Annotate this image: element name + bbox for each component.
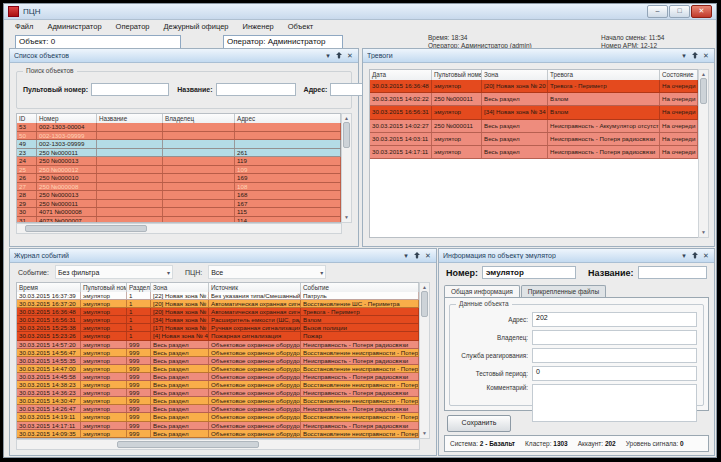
tab-1[interactable]: Прикрепленные файлы: [521, 285, 606, 297]
menu-item-2[interactable]: Оператор: [109, 21, 157, 32]
table-row[interactable]: 24250 №000013119: [17, 157, 341, 166]
object-number-row: Номер: эмулятор Название:: [446, 266, 707, 279]
table-row[interactable]: 53002-1303-00004: [17, 123, 341, 132]
table-row[interactable]: 30.03.2015 14:17:11эмуляторВесь разделНе…: [370, 146, 698, 159]
table-row[interactable]: 30.03.2015 15:23:26эмулятор1[4] Новая зо…: [17, 332, 419, 340]
close-icon[interactable]: ✕: [702, 52, 710, 59]
pin-icon[interactable]: [413, 252, 421, 260]
table-row[interactable]: 30.03.2015 16:56:31эмулятор1[34] Новая з…: [17, 316, 419, 324]
table-cell: [97, 191, 163, 199]
table-row[interactable]: 30.03.2015 14:26:47эмулятор999Весь разде…: [17, 405, 419, 413]
journal-vertical-scrollbar[interactable]: ▲▼: [419, 282, 430, 439]
table-cell: Весь раздел: [151, 430, 209, 437]
table-row[interactable]: 30.03.2015 14:19:11эмулятор999Весь разде…: [17, 413, 419, 421]
alarms-vertical-scrollbar[interactable]: ▲▼: [698, 69, 709, 238]
table-cell: эмулятор: [432, 146, 482, 158]
table-cell: 30.03.2015 14:57:20: [17, 341, 81, 348]
table-cell: Автоматическая охранная сигнализация: [209, 300, 301, 307]
table-cell: Весь раздел: [482, 146, 548, 158]
table-cell: 30.03.2015 14:03:11: [370, 133, 432, 145]
objects-vertical-scrollbar[interactable]: ▲▼: [341, 113, 352, 223]
objects-panel-title: Список объектов: [14, 52, 69, 59]
table-cell: Взлом: [548, 106, 660, 118]
table-cell: 30.03.2015 14:02:27: [370, 120, 432, 132]
object-data-title: Данные объекта: [456, 300, 512, 307]
table-row[interactable]: 30.03.2015 15:25:38эмулятор1[17] Новая з…: [17, 324, 419, 332]
pin-icon[interactable]: [691, 252, 699, 260]
table-row[interactable]: 50002-1303-09999: [17, 132, 341, 141]
alarms-panel: Тревоги ▾ ✕ ДатаПультовый номерЗонаТрево…: [362, 48, 715, 247]
menu-item-4[interactable]: Инженер: [236, 21, 281, 32]
field-input[interactable]: 0: [532, 366, 697, 381]
table-row[interactable]: 30.03.2015 14:45:58эмулятор999Весь разде…: [17, 373, 419, 381]
pin-icon[interactable]: [691, 52, 699, 60]
table-cell: эмулятор: [81, 381, 127, 388]
dropdown-icon[interactable]: ▾: [324, 52, 332, 59]
close-icon[interactable]: ✕: [702, 252, 710, 259]
save-button[interactable]: Сохранить: [447, 415, 511, 432]
table-row[interactable]: 30.03.2015 14:17:11эмулятор999Весь разде…: [17, 422, 419, 430]
search-field-input[interactable]: [216, 83, 296, 96]
name-input[interactable]: [638, 266, 707, 279]
table-row[interactable]: 30.03.2015 14:02:27250 №000011Весь разде…: [370, 120, 698, 133]
table-row[interactable]: 30.03.2015 16:36:48эмулятор1[20] Новая з…: [17, 308, 419, 316]
object-data-group: Данные объекта Адрес:202Владелец:Служба …: [449, 304, 704, 406]
close-button[interactable]: ✕: [691, 5, 712, 18]
close-icon[interactable]: ✕: [346, 52, 354, 59]
maximize-button[interactable]: □: [669, 5, 690, 18]
menu-item-0[interactable]: Файл: [8, 21, 40, 32]
table-row[interactable]: 30.03.2015 14:02:22250 №000011Весь разде…: [370, 93, 698, 106]
table-row[interactable]: 30.03.2015 16:37:20эмулятор1[20] Новая з…: [17, 300, 419, 308]
table-row[interactable]: 29250 №000011167: [17, 200, 341, 209]
table-row[interactable]: 30.03.2015 14:47:00эмулятор999Весь разде…: [17, 365, 419, 373]
table-cell: Восстановление неисправности - Потеря ра…: [301, 430, 419, 437]
table-row[interactable]: 30.03.2015 14:09:35эмулятор999Весь разде…: [17, 430, 419, 438]
pin-icon[interactable]: [335, 52, 343, 60]
dropdown-icon[interactable]: ▾: [680, 52, 688, 59]
table-row[interactable]: 26250 №000010169: [17, 174, 341, 183]
table-row[interactable]: 30.03.2015 16:36:48эмулятор[20] Новая зо…: [370, 80, 698, 93]
field-input[interactable]: [532, 348, 697, 363]
dropdown-icon[interactable]: ▾: [402, 252, 410, 259]
table-row[interactable]: 30.03.2015 14:57:20эмулятор999Весь разде…: [17, 341, 419, 349]
table-row[interactable]: 30.03.2015 16:56:31эмулятор[34] Новая зо…: [370, 106, 698, 119]
table-row[interactable]: 23250 №000011261: [17, 149, 341, 158]
close-icon[interactable]: ✕: [424, 252, 432, 259]
table-row[interactable]: 30.03.2015 14:30:47эмулятор999Весь разде…: [17, 397, 419, 405]
pcn-filter-combo[interactable]: Все▾: [208, 265, 326, 279]
table-row[interactable]: 30.03.2015 14:36:23эмулятор999Весь разде…: [17, 389, 419, 397]
event-filter-combo[interactable]: Без фильтра▾: [55, 265, 173, 279]
table-row[interactable]: 49002-1303-09999: [17, 140, 341, 149]
field-input[interactable]: [532, 384, 697, 422]
journal-panel: Журнал событий ▾ ✕ Событие: Без фильтра▾…: [9, 248, 437, 456]
table-cell: 30.03.2015 16:37:20: [17, 300, 81, 307]
table-cell: эмулятор: [432, 106, 482, 118]
table-row[interactable]: 304071 №000008115: [17, 208, 341, 217]
table-cell: Неисправность - Потеря радиосвязи: [301, 389, 419, 396]
table-row[interactable]: 30.03.2015 14:38:23эмулятор999Весь разде…: [17, 381, 419, 389]
search-field-input[interactable]: [91, 83, 169, 96]
number-input[interactable]: эмулятор: [482, 266, 576, 279]
table-row[interactable]: 28250 №000013168: [17, 191, 341, 200]
table-cell: 30.03.2015 14:45:58: [17, 373, 81, 380]
table-row[interactable]: 25250 №000012109: [17, 166, 341, 175]
minimize-button[interactable]: –: [647, 5, 668, 18]
table-row[interactable]: 30.03.2015 14:55:35эмулятор999Весь разде…: [17, 357, 419, 365]
table-row[interactable]: 30.03.2015 14:03:11эмуляторВесь разделНе…: [370, 133, 698, 146]
dropdown-icon[interactable]: ▾: [680, 252, 688, 259]
field-input[interactable]: 202: [532, 312, 697, 327]
table-row[interactable]: 30.03.2015 16:37:39эмулятор1[22] Новая з…: [17, 292, 419, 300]
table-cell: Объектовое охранное оборудование: [209, 422, 301, 429]
menu-item-5[interactable]: Объект: [281, 21, 321, 32]
field-input[interactable]: [532, 330, 697, 345]
menu-item-1[interactable]: Администратор: [40, 21, 108, 32]
table-cell: Неисправность - Потеря радиосвязи: [548, 133, 660, 145]
table-row[interactable]: 27250 №000008108: [17, 183, 341, 192]
table-cell: 30.03.2015 16:36:48: [17, 308, 81, 315]
table-cell: эмулятор: [81, 405, 127, 412]
objects-table: 53002-1303-0000450002-1303-0999949002-13…: [16, 123, 342, 223]
objects-horizontal-scrollbar[interactable]: [16, 223, 342, 234]
table-row[interactable]: 30.03.2015 14:56:47эмулятор999Весь разде…: [17, 349, 419, 357]
journal-horizontal-scrollbar[interactable]: [16, 439, 420, 450]
menu-item-3[interactable]: Дежурный офицер: [157, 21, 236, 32]
